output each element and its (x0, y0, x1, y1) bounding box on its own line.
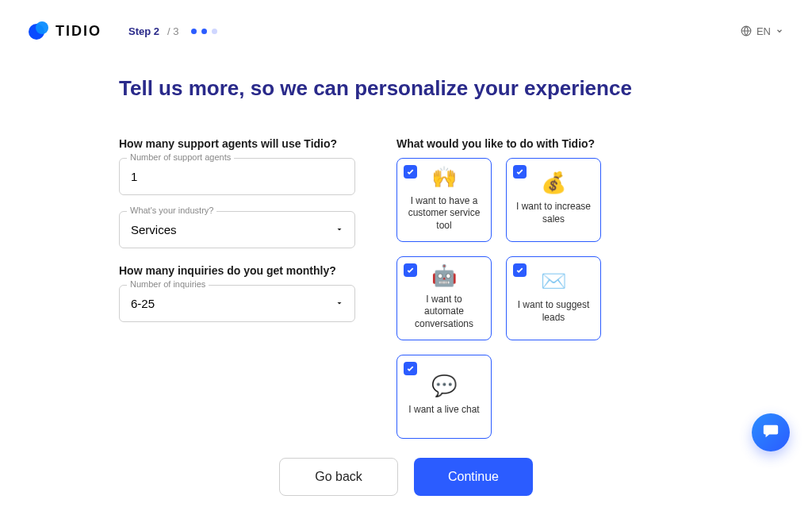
left-column: How many support agents will use Tidio? … (119, 137, 355, 439)
label-inquiries: Number of inquiries (127, 279, 209, 289)
label-industry: What's your industry? (127, 205, 216, 215)
tile-emoji: 🙌 (431, 167, 457, 187)
question-inquiries: How many inquiries do you get monthly? (119, 264, 355, 277)
chat-icon (762, 422, 779, 443)
goal-tile-1[interactable]: 💰I want to increase sales (506, 158, 601, 242)
brand-logo: TIDIO (29, 21, 102, 41)
step-total: / 3 (167, 25, 178, 37)
right-column: What would you like to do with Tidio? 🙌I… (396, 137, 693, 439)
field-agents: Number of support agents (119, 158, 355, 195)
tile-emoji: 🤖 (431, 265, 457, 286)
check-icon (404, 263, 417, 277)
check-icon (404, 362, 417, 375)
tile-label: I want to automate conversations (405, 294, 483, 331)
check-icon (404, 165, 417, 179)
app-header: TIDIO Step 2 / 3 EN (0, 0, 812, 49)
continue-button[interactable]: Continue (414, 458, 533, 496)
progress-dot-2 (201, 29, 207, 34)
step-current: Step 2 (128, 25, 159, 37)
onboarding-progress: Step 2 / 3 (128, 25, 217, 37)
check-icon (513, 263, 527, 277)
language-switcher[interactable]: EN (741, 25, 783, 37)
check-icon (513, 165, 527, 179)
tile-label: I want a live chat (408, 404, 479, 417)
goal-tile-2[interactable]: 🤖I want to automate conversations (396, 256, 492, 340)
globe-icon (741, 25, 752, 36)
field-inquiries: Number of inquiries (119, 285, 355, 322)
chevron-down-icon (776, 27, 783, 35)
page-headline: Tell us more, so we can personalize your… (119, 76, 693, 101)
onboarding-content: Tell us more, so we can personalize your… (0, 49, 812, 439)
footer-actions: Go back Continue (0, 458, 812, 496)
label-agents: Number of support agents (127, 152, 234, 162)
progress-dot-3 (212, 29, 217, 34)
goal-tile-0[interactable]: 🙌I want to have a customer service tool (396, 158, 492, 242)
question-agents: How many support agents will use Tidio? (119, 137, 355, 150)
inquiries-select[interactable] (119, 285, 355, 322)
agents-input[interactable] (119, 158, 355, 195)
brand-name: TIDIO (56, 23, 102, 40)
goal-tile-3[interactable]: ✉️I want to suggest leads (506, 256, 601, 340)
go-back-button[interactable]: Go back (279, 458, 398, 496)
tile-emoji: 💬 (431, 375, 457, 396)
tile-emoji: ✉️ (541, 271, 566, 291)
tile-label: I want to suggest leads (515, 299, 592, 324)
field-industry: What's your industry? (119, 211, 355, 248)
tile-emoji: 💰 (541, 172, 566, 193)
progress-dots (191, 29, 217, 34)
goal-tile-4[interactable]: 💬I want a live chat (396, 355, 492, 439)
question-goals: What would you like to do with Tidio? (396, 137, 693, 150)
goal-tiles: 🙌I want to have a customer service tool💰… (396, 158, 693, 439)
industry-select[interactable] (119, 211, 355, 248)
svg-point-1 (36, 21, 48, 34)
tile-label: I want to increase sales (515, 201, 592, 225)
chat-fab[interactable] (752, 413, 790, 451)
logo-icon (29, 21, 49, 41)
progress-dot-1 (191, 29, 197, 34)
tile-label: I want to have a customer service tool (405, 195, 483, 232)
language-label: EN (756, 25, 771, 37)
